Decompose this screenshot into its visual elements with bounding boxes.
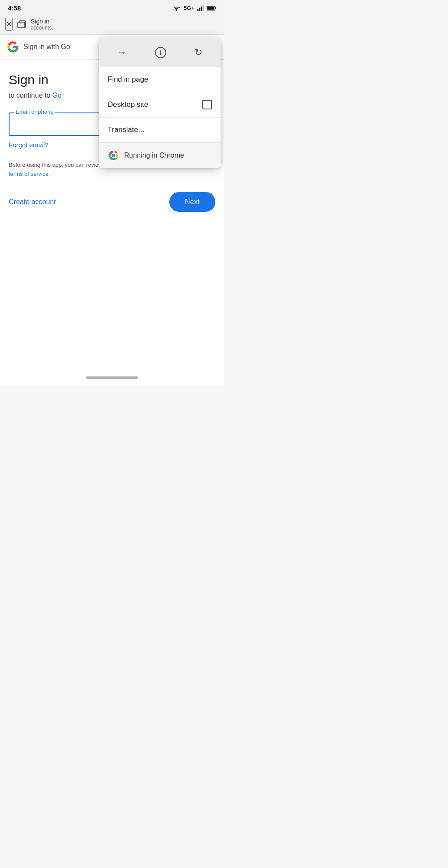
desktop-site-item[interactable]: Desktop site bbox=[99, 92, 221, 118]
signal-icon bbox=[197, 5, 204, 12]
info-button[interactable]: i bbox=[149, 45, 172, 60]
status-icons: 5G+ bbox=[174, 5, 216, 12]
page-url: accounts. bbox=[31, 25, 219, 31]
tabs-icon: ≡ bbox=[17, 20, 26, 29]
email-input-label: Email or phone bbox=[14, 109, 55, 115]
svg-point-11 bbox=[112, 154, 115, 157]
svg-rect-2 bbox=[199, 7, 201, 11]
dropdown-menu: → i ↻ Find in page Desktop site Translat… bbox=[99, 38, 221, 168]
translate-item[interactable]: Translate... bbox=[99, 118, 221, 142]
wifi-calling-icon bbox=[174, 5, 181, 12]
desktop-site-checkbox[interactable] bbox=[202, 100, 212, 109]
actions-row: Create account Next bbox=[9, 192, 215, 212]
spacer bbox=[0, 320, 224, 372]
close-button[interactable]: × bbox=[5, 18, 13, 31]
next-button[interactable]: Next bbox=[169, 192, 215, 212]
dropdown-top-bar: → i ↻ bbox=[99, 38, 221, 67]
page-title-bar: Sign in bbox=[31, 18, 219, 25]
battery-icon bbox=[207, 5, 216, 11]
status-time: 4:58 bbox=[8, 4, 21, 12]
signal-label: 5G+ bbox=[184, 5, 194, 11]
forward-button[interactable]: → bbox=[111, 45, 133, 60]
create-account-button[interactable]: Create account bbox=[9, 198, 56, 206]
browser-bar: × ≡ Sign in accounts. bbox=[0, 14, 224, 35]
home-indicator bbox=[0, 372, 224, 386]
running-in-chrome-item[interactable]: Running in Chrome bbox=[99, 143, 221, 168]
info-icon: i bbox=[155, 47, 166, 58]
svg-rect-1 bbox=[198, 9, 199, 11]
reload-button[interactable]: ↻ bbox=[188, 45, 208, 60]
svg-rect-4 bbox=[203, 5, 204, 11]
browser-url-area: Sign in accounts. bbox=[31, 18, 219, 31]
svg-point-0 bbox=[176, 9, 177, 10]
home-indicator-bar bbox=[86, 376, 138, 379]
google-header-text: Sign in with Go bbox=[23, 43, 70, 51]
forgot-email-link[interactable]: Forgot email? bbox=[9, 141, 49, 149]
svg-rect-3 bbox=[201, 7, 202, 11]
status-bar: 4:58 5G+ bbox=[0, 0, 224, 14]
find-in-page-item[interactable]: Find in page bbox=[99, 67, 221, 92]
svg-rect-6 bbox=[215, 7, 216, 9]
chrome-logo-icon bbox=[108, 150, 119, 161]
running-in-chrome-text: Running in Chrome bbox=[124, 152, 184, 159]
google-logo-icon bbox=[7, 41, 19, 53]
terms-of-service-link[interactable]: terms of service bbox=[9, 171, 49, 177]
svg-rect-7 bbox=[207, 7, 214, 10]
google-link[interactable]: Go bbox=[53, 92, 62, 99]
